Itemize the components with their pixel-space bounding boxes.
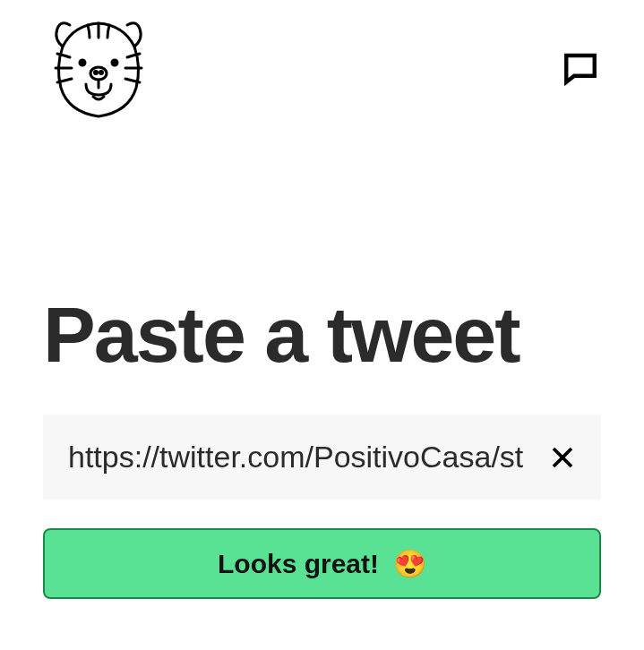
submit-button-label: Looks great! [218, 549, 379, 579]
svg-point-0 [80, 60, 85, 65]
chat-icon [562, 49, 599, 87]
heart-eyes-emoji: 😍 [393, 548, 426, 579]
page-heading: Paste a tweet [43, 295, 601, 374]
tiger-logo[interactable] [45, 9, 152, 121]
svg-point-1 [112, 60, 117, 65]
svg-point-3 [95, 72, 98, 74]
submit-button[interactable]: Looks great! 😍 [43, 528, 601, 599]
chat-button[interactable] [562, 49, 599, 90]
clear-button[interactable] [549, 444, 576, 471]
svg-point-2 [90, 67, 107, 80]
header [0, 0, 644, 130]
close-icon [549, 444, 576, 471]
tweet-url-input[interactable] [68, 440, 535, 475]
main-content: Paste a tweet Looks great! 😍 [0, 295, 644, 599]
svg-point-4 [100, 72, 103, 74]
url-input-container [43, 415, 601, 500]
